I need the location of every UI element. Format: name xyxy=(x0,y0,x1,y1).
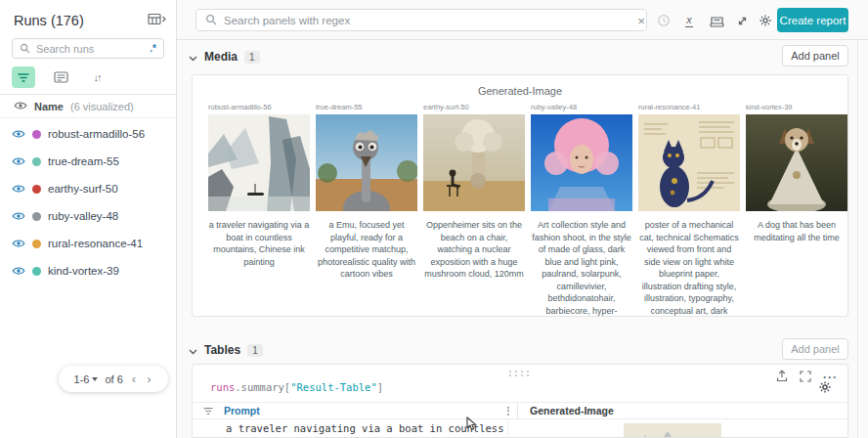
media-card[interactable]: kind-vortex-39 A dog that has been medit… xyxy=(746,103,847,317)
run-visibility-eye-icon[interactable] xyxy=(12,262,25,280)
search-runs-input[interactable]: Search runs .* xyxy=(12,38,164,59)
run-visibility-eye-icon[interactable] xyxy=(12,180,25,197)
search-panels-input[interactable]: Search panels with regex xyxy=(195,9,647,31)
tables-add-panel-button[interactable]: Add panel xyxy=(782,338,848,360)
filter-runs-button[interactable] xyxy=(12,66,35,88)
media-image-mushroom-cloud[interactable] xyxy=(423,114,525,211)
run-name-label[interactable]: ruby-valley-48 xyxy=(48,210,118,222)
tables-section-title[interactable]: Tables xyxy=(204,343,240,357)
search-history-icon[interactable] xyxy=(653,10,674,31)
run-list: robust-armadillo-56 true-dream-55 earthy… xyxy=(0,120,176,285)
media-card[interactable]: rural-resonance-41 pos xyxy=(638,103,740,317)
x-axis-settings-icon[interactable]: x xyxy=(678,10,700,31)
media-card[interactable]: ruby-valley-48 Art collection style and … xyxy=(531,103,632,317)
run-visibility-eye-icon[interactable] xyxy=(12,235,25,252)
media-image-meditating-dog[interactable] xyxy=(746,114,847,211)
run-name-label[interactable]: earthy-surf-50 xyxy=(48,183,118,195)
next-page-button[interactable]: › xyxy=(145,372,152,386)
table-image-thumbnail[interactable] xyxy=(624,423,721,438)
run-name-label[interactable]: rural-resonance-41 xyxy=(48,238,143,249)
table-row[interactable]: a traveler navigating via a boat in coun… xyxy=(193,419,847,438)
panel-layout-icon[interactable] xyxy=(706,10,727,31)
caret-down-icon xyxy=(92,377,98,381)
clear-search-icon[interactable]: × xyxy=(630,10,652,31)
run-row-ruby-valley-48[interactable]: ruby-valley-48 xyxy=(0,202,176,230)
table-header-row: Prompt Generated-Image xyxy=(193,402,847,419)
media-prompt: Oppenheimer sits on the beach on a chair… xyxy=(423,219,525,281)
chevron-down-icon[interactable] xyxy=(189,48,197,66)
column-header-generated-image[interactable]: Generated-Image xyxy=(518,405,614,416)
create-report-button[interactable]: Create report xyxy=(777,8,848,32)
chevron-down-icon[interactable] xyxy=(189,341,197,359)
run-color-dot xyxy=(32,130,41,139)
expand-runs-table-icon[interactable] xyxy=(148,12,166,29)
search-icon xyxy=(20,40,30,58)
run-visibility-eye-icon[interactable] xyxy=(12,207,25,225)
run-row-robust-armadillo-56[interactable]: robust-armadillo-56 xyxy=(0,120,176,148)
notes-columns-button[interactable] xyxy=(50,66,71,88)
expand-panels-icon[interactable] xyxy=(731,10,753,31)
run-name-label[interactable]: true-dream-55 xyxy=(48,155,119,167)
table-filter-icon[interactable] xyxy=(193,407,224,416)
run-visibility-eye-icon[interactable] xyxy=(12,125,25,143)
topbar-divider xyxy=(177,39,868,40)
media-prompt: a Emu, focused yet playful, ready for a … xyxy=(316,219,417,281)
run-name-column-header[interactable]: Name (6 visualized) xyxy=(0,95,176,118)
run-row-kind-vortex-39[interactable]: kind-vortex-39 xyxy=(0,257,176,285)
run-color-dot xyxy=(32,240,41,248)
table-settings-gear-icon[interactable] xyxy=(818,380,832,398)
fullscreen-panel-icon[interactable] xyxy=(800,369,811,386)
panel-drag-handle[interactable] xyxy=(509,371,531,376)
media-section-title[interactable]: Media xyxy=(204,50,238,64)
media-panel-count-badge: 1 xyxy=(244,51,260,64)
settings-gear-icon[interactable] xyxy=(755,10,776,31)
runs-sidebar: Runs (176) Search runs .* ↓↑ Name (6 vis… xyxy=(0,0,177,438)
media-image-mechanical-cat-blueprint[interactable] xyxy=(638,114,740,211)
media-run-caption: kind-vortex-39 xyxy=(746,103,847,112)
media-run-caption: ruby-valley-48 xyxy=(531,103,632,112)
media-prompt: A dog that has been meditating all the t… xyxy=(746,219,847,243)
media-section-header: Media 1 xyxy=(189,45,260,68)
table-cell-prompt[interactable]: a traveler navigating via a boat in coun… xyxy=(193,419,507,438)
run-name-label[interactable]: kind-vortex-39 xyxy=(48,265,119,277)
media-add-panel-button[interactable]: Add panel xyxy=(782,45,848,66)
name-column-label: Name xyxy=(34,101,64,112)
regex-toggle[interactable]: .* xyxy=(150,43,156,54)
tables-panel-count-badge: 1 xyxy=(247,344,263,357)
media-image-emu[interactable] xyxy=(316,114,417,211)
run-visibility-eye-icon[interactable] xyxy=(12,153,25,170)
run-color-dot xyxy=(32,212,41,221)
runs-pagination: 1-6 of 6 ‹ › xyxy=(59,366,168,392)
run-row-rural-resonance-41[interactable]: rural-resonance-41 xyxy=(0,230,176,257)
media-panel: Generated-Image robust-armadillo-56 a tr… xyxy=(192,74,848,317)
export-panel-icon[interactable] xyxy=(776,369,788,386)
tables-section-header: Tables 1 xyxy=(189,338,263,362)
page-range-dropdown[interactable]: 1-6 xyxy=(74,373,99,385)
column-header-prompt[interactable]: Prompt xyxy=(224,405,507,416)
media-prompt: a traveler navigating via a boat in coun… xyxy=(208,219,310,268)
page-total-label: of 6 xyxy=(105,373,122,385)
panel-query-expression[interactable]: runs.summary["Result-Table"] xyxy=(210,381,383,393)
run-row-true-dream-55[interactable]: true-dream-55 xyxy=(0,148,176,175)
table-panel: ··· runs.summary["Result-Table"] Prompt … xyxy=(192,364,848,438)
column-menu-icon[interactable] xyxy=(507,407,509,416)
media-run-caption: rural-resonance-41 xyxy=(638,103,740,112)
runs-count-title: Runs (176) xyxy=(14,13,84,28)
run-color-dot xyxy=(32,267,41,276)
media-run-caption: robust-armadillo-56 xyxy=(208,103,310,112)
media-card[interactable]: true-dream-55 a Emu, focused yet playful… xyxy=(316,103,417,317)
run-name-label[interactable]: robust-armadillo-56 xyxy=(48,128,145,140)
scroll-gutter[interactable] xyxy=(857,40,858,438)
search-panels-placeholder: Search panels with regex xyxy=(224,15,637,26)
media-card[interactable]: earthy-surf-50 Oppenheimer sits on the b… xyxy=(423,103,525,317)
media-image-pink-hair-model[interactable] xyxy=(531,114,632,211)
media-run-caption: earthy-surf-50 xyxy=(423,103,525,112)
run-row-earthy-surf-50[interactable]: earthy-surf-50 xyxy=(0,175,176,202)
run-color-dot xyxy=(32,185,41,194)
media-card[interactable]: robust-armadillo-56 a traveler navigatin… xyxy=(208,103,310,317)
sort-runs-button[interactable]: ↓↑ xyxy=(86,66,108,88)
table-cell-image[interactable] xyxy=(507,419,847,438)
media-image-ink-painting[interactable] xyxy=(208,114,310,211)
prev-page-button[interactable]: ‹ xyxy=(130,372,138,386)
media-panel-title: Generated-Image xyxy=(193,85,847,97)
